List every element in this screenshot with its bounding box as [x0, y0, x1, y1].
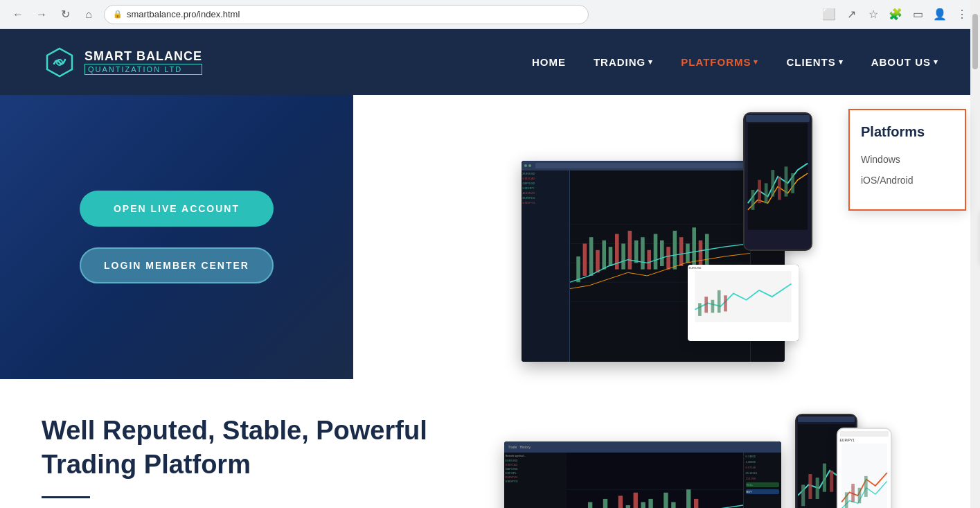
svg-rect-55 [618, 496, 622, 508]
platforms-title: Platforms [861, 124, 954, 140]
svg-rect-44 [567, 464, 743, 508]
svg-rect-72 [830, 471, 833, 492]
nav-clients[interactable]: CLIENTS ▾ [786, 56, 843, 68]
trading-chevron-icon: ▾ [648, 58, 653, 67]
svg-rect-36 [784, 166, 787, 196]
svg-rect-59 [648, 499, 652, 508]
logo-text: SMART BALANCE QUANTIZATION LTD [84, 49, 202, 75]
lock-icon: 🔒 [113, 10, 123, 19]
home-button[interactable]: ⌂ [79, 5, 98, 24]
browser-nav-buttons: ← → ↻ ⌂ [8, 5, 98, 24]
svg-rect-58 [641, 502, 645, 508]
browser-actions: ⬜ ↗ ☆ 🧩 ▭ 👤 ⋮ [819, 5, 972, 24]
svg-rect-61 [663, 493, 668, 508]
about-chevron-icon: ▾ [934, 58, 938, 67]
svg-rect-37 [791, 173, 794, 193]
svg-rect-64 [686, 489, 691, 508]
nav-platforms[interactable]: PLATFORMS ▾ [681, 56, 758, 68]
hero-section: OPEN LIVE ACCOUNT LOGIN MEMBER CENTER EU… [0, 95, 980, 379]
svg-rect-62 [671, 502, 675, 508]
svg-rect-56 [625, 505, 630, 508]
svg-rect-21 [653, 234, 657, 270]
title-underline [42, 496, 90, 498]
open-account-button[interactable]: OPEN LIVE ACCOUNT [80, 191, 274, 227]
profile-icon[interactable]: 👤 [930, 5, 950, 24]
svg-rect-65 [693, 499, 697, 508]
svg-rect-73 [841, 444, 887, 508]
svg-rect-10 [582, 244, 587, 276]
svg-rect-68 [801, 484, 805, 506]
svg-rect-77 [864, 476, 868, 497]
phone-screen [743, 112, 812, 251]
svg-rect-19 [641, 237, 645, 269]
hero-right: EUR/USD USD/CAD GBP/USD USD/JPY AUD/NZD … [353, 95, 980, 379]
svg-rect-38 [695, 271, 791, 322]
svg-rect-13 [602, 240, 606, 270]
nav-home[interactable]: HOME [532, 56, 566, 68]
browser-chrome: ← → ↻ ⌂ 🔒 smartbalance.pro/index.html ⬜ … [0, 0, 980, 29]
main-nav: HOME TRADING ▾ PLATFORMS ▾ CLIENTS ▾ ABO… [532, 56, 938, 68]
content-left: Well Reputed, Stable, Powerful Trading P… [42, 414, 476, 508]
bookmark-icon[interactable]: ☆ [864, 5, 883, 24]
svg-rect-39 [698, 303, 702, 316]
svg-rect-17 [627, 231, 632, 270]
share-icon[interactable]: ↗ [841, 5, 861, 24]
svg-rect-51 [587, 502, 591, 508]
window-icon[interactable]: ▭ [908, 5, 927, 24]
cast-icon[interactable]: ⬜ [819, 5, 839, 24]
svg-rect-20 [647, 250, 651, 270]
platforms-chevron-icon: ▾ [754, 58, 758, 67]
svg-rect-69 [808, 474, 812, 499]
svg-rect-35 [778, 177, 781, 200]
nav-trading[interactable]: TRADING ▾ [594, 56, 653, 68]
nav-home-label: HOME [532, 56, 566, 68]
main-content: Well Reputed, Stable, Powerful Trading P… [0, 379, 980, 508]
extensions-icon[interactable]: 🧩 [886, 5, 905, 24]
nav-about[interactable]: ABOUT US ▾ [871, 56, 938, 68]
bottom-screens: Trade History Search symbol... EUR/USD U… [504, 414, 892, 508]
svg-rect-14 [608, 247, 612, 266]
logo-icon [42, 44, 78, 80]
svg-rect-29 [705, 234, 709, 270]
platforms-popup: Platforms Windows iOS/Android [848, 109, 966, 211]
forward-button[interactable]: → [32, 5, 51, 24]
logo-main-name: SMART BALANCE [84, 49, 202, 64]
svg-rect-18 [634, 240, 638, 263]
back-button[interactable]: ← [8, 5, 28, 24]
svg-rect-11 [589, 237, 593, 276]
scrollbar[interactable] [970, 0, 980, 508]
scrollbar-thumb[interactable] [972, 14, 978, 69]
title-line1: Well Reputed, Stable, Powerful [42, 416, 427, 445]
svg-rect-23 [666, 247, 670, 270]
trading-screens: EUR/USD USD/CAD GBP/USD USD/JPY AUD/NZD … [522, 112, 812, 362]
section-title: Well Reputed, Stable, Powerful Trading P… [42, 414, 476, 482]
svg-rect-12 [596, 250, 600, 273]
nav-about-label: ABOUT US [871, 56, 931, 68]
svg-rect-75 [851, 484, 855, 502]
nav-platforms-label: PLATFORMS [681, 56, 751, 68]
clients-chevron-icon: ▾ [839, 58, 844, 67]
svg-rect-42 [717, 290, 720, 313]
title-line2: Trading Platform [42, 450, 251, 479]
laptop-screen: Trade History Search symbol... EUR/USD U… [504, 441, 781, 508]
url-text: smartbalance.pro/index.html [127, 9, 240, 19]
platform-ios-android[interactable]: iOS/Android [861, 175, 954, 186]
menu-icon[interactable]: ⋮ [952, 5, 972, 24]
refresh-button[interactable]: ↻ [55, 5, 75, 24]
phone3-screen: EUR/PY1 [837, 428, 892, 508]
svg-rect-31 [751, 190, 754, 210]
svg-rect-43 [724, 295, 727, 311]
content-right: Trade History Search symbol... EUR/USD U… [504, 414, 939, 508]
nav-trading-label: TRADING [594, 56, 645, 68]
svg-rect-22 [660, 240, 664, 266]
login-member-button[interactable]: LOGIN MEMBER CENTER [80, 247, 274, 283]
logo-area[interactable]: SMART BALANCE QUANTIZATION LTD [42, 44, 202, 80]
svg-rect-28 [698, 240, 702, 266]
logo-sub-name: QUANTIZATION LTD [84, 64, 202, 75]
platform-windows[interactable]: Windows [861, 154, 954, 165]
svg-rect-16 [621, 244, 625, 270]
svg-rect-9 [576, 256, 580, 282]
svg-rect-24 [672, 231, 677, 270]
svg-rect-34 [771, 170, 774, 196]
address-bar[interactable]: 🔒 smartbalance.pro/index.html [104, 5, 589, 24]
